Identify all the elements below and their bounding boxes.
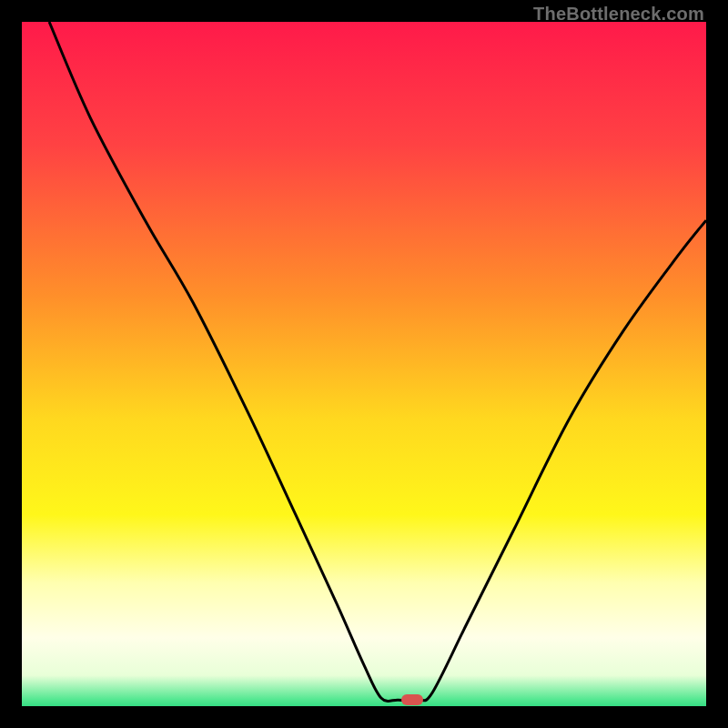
bottleneck-curve — [49, 22, 706, 701]
chart-container: TheBottleneck.com — [0, 0, 728, 728]
optimal-marker — [401, 694, 423, 705]
curve-layer — [22, 22, 706, 706]
plot-area — [22, 22, 706, 706]
